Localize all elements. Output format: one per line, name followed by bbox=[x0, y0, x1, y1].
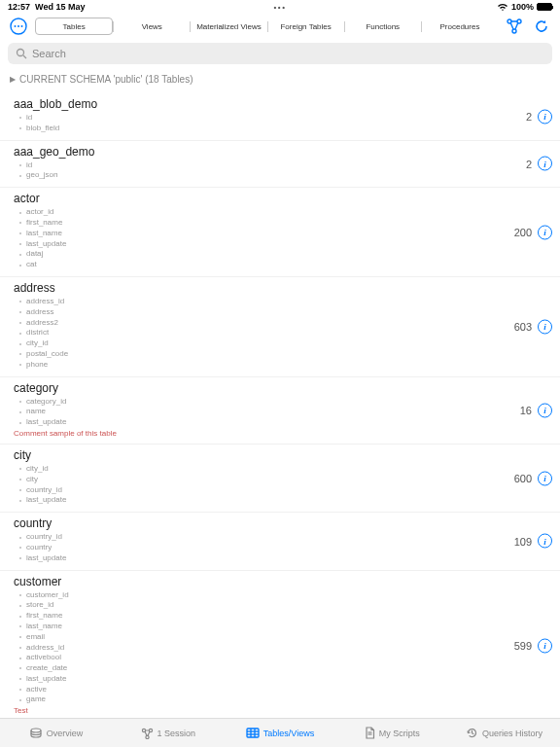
row-count: 600 bbox=[514, 473, 532, 484]
column-name: geo_json bbox=[19, 170, 548, 181]
column-name: store_id bbox=[19, 600, 548, 611]
column-name: address_id bbox=[19, 297, 548, 307]
column-name: last_update bbox=[19, 417, 548, 428]
svg-point-7 bbox=[18, 50, 24, 56]
row-count: 603 bbox=[514, 321, 532, 333]
tab-procedures[interactable]: Procedures bbox=[422, 18, 498, 35]
info-icon[interactable]: i bbox=[538, 157, 552, 171]
diagram-button[interactable] bbox=[504, 16, 525, 37]
status-bar: 12:57 Wed 15 May ••• 100% bbox=[0, 0, 560, 14]
info-icon[interactable]: i bbox=[538, 471, 552, 485]
table-row[interactable]: actoractor_idfirst_namelast_namelast_upd… bbox=[0, 188, 560, 277]
toolbar: TablesViewsMaterialized ViewsForeign Tab… bbox=[0, 14, 560, 39]
table-row[interactable]: aaa_geo_demoidgeo_json2i bbox=[0, 141, 560, 189]
bottom-history[interactable]: Queries History bbox=[448, 719, 560, 747]
table-name: aaa_blob_demo bbox=[14, 97, 548, 111]
svg-point-6 bbox=[512, 29, 516, 33]
column-name: country_id bbox=[19, 532, 548, 543]
column-name: address2 bbox=[19, 318, 548, 329]
bottom-label: Tables/Views bbox=[263, 729, 314, 738]
column-name: last_update bbox=[19, 674, 548, 685]
overview-icon bbox=[29, 728, 43, 739]
more-button[interactable] bbox=[8, 16, 29, 37]
svg-point-2 bbox=[18, 25, 19, 27]
table-row[interactable]: addressaddress_idaddressaddress2district… bbox=[0, 277, 560, 377]
table-name: category bbox=[14, 381, 548, 395]
row-count: 2 bbox=[526, 111, 532, 123]
table-row[interactable]: citycity_idcitycountry_idlast_update600i bbox=[0, 445, 560, 513]
search-placeholder: Search bbox=[32, 48, 66, 59]
info-icon[interactable]: i bbox=[538, 638, 552, 653]
column-name: email bbox=[19, 632, 548, 643]
svg-rect-13 bbox=[247, 729, 259, 737]
tab-functions[interactable]: Functions bbox=[345, 18, 421, 35]
table-row[interactable]: countrycountry_idcountrylast_update109i bbox=[0, 513, 560, 570]
column-name: phone bbox=[19, 360, 548, 371]
wifi-icon bbox=[497, 3, 508, 12]
row-count: 200 bbox=[514, 227, 532, 238]
svg-point-9 bbox=[31, 729, 41, 732]
tab-materialized-views[interactable]: Materialized Views bbox=[191, 18, 266, 35]
session-icon bbox=[141, 728, 154, 739]
info-icon[interactable]: i bbox=[538, 403, 552, 417]
info-icon[interactable]: i bbox=[538, 225, 552, 239]
segmented-control: TablesViewsMaterialized ViewsForeign Tab… bbox=[35, 18, 498, 35]
bottom-session[interactable]: 1 Session bbox=[112, 719, 224, 747]
row-count: 109 bbox=[514, 535, 532, 547]
status-time-date: 12:57 Wed 15 May bbox=[8, 2, 85, 12]
column-name: country bbox=[19, 543, 548, 553]
bottom-label: My Scripts bbox=[379, 729, 420, 738]
column-name: blob_field bbox=[19, 124, 548, 134]
table-row[interactable]: categorycategory_idnamelast_updateCommen… bbox=[0, 377, 560, 445]
bottom-overview[interactable]: Overview bbox=[0, 719, 112, 747]
info-icon[interactable]: i bbox=[538, 534, 552, 549]
tab-tables[interactable]: Tables bbox=[35, 18, 113, 35]
svg-point-5 bbox=[517, 19, 521, 23]
column-name: last_name bbox=[19, 622, 548, 632]
search-input[interactable]: Search bbox=[8, 43, 552, 64]
bottom-label: 1 Session bbox=[158, 729, 196, 738]
row-count: 599 bbox=[514, 640, 532, 652]
column-name: last_name bbox=[19, 229, 548, 239]
table-row[interactable]: customercustomer_idstore_idfirst_namelas… bbox=[0, 571, 560, 718]
column-name: last_update bbox=[19, 495, 548, 506]
tables-list: aaa_blob_demoidblob_field2iaaa_geo_demoi… bbox=[0, 93, 560, 718]
column-name: district bbox=[19, 328, 548, 338]
column-name: cat bbox=[19, 260, 548, 270]
table-row[interactable]: aaa_blob_demoidblob_field2i bbox=[0, 93, 560, 141]
column-name: city_id bbox=[19, 464, 548, 475]
myscripts-icon bbox=[365, 727, 375, 739]
bottom-tablesviews[interactable]: Tables/Views bbox=[224, 719, 335, 747]
tab-views[interactable]: Views bbox=[114, 18, 190, 35]
column-name: last_update bbox=[19, 239, 548, 250]
table-name: actor bbox=[14, 192, 548, 205]
bottom-myscripts[interactable]: My Scripts bbox=[336, 719, 448, 747]
bottom-label: Queries History bbox=[482, 729, 542, 738]
svg-line-8 bbox=[23, 55, 26, 58]
bottom-label: Overview bbox=[47, 729, 84, 738]
info-icon[interactable]: i bbox=[538, 109, 552, 124]
bottom-bar: Overview1 SessionTables/ViewsMy ScriptsQ… bbox=[0, 718, 560, 747]
search-icon bbox=[16, 48, 27, 59]
tab-foreign-tables[interactable]: Foreign Tables bbox=[268, 18, 344, 35]
column-name: create_date bbox=[19, 663, 548, 674]
column-name: actor_id bbox=[19, 207, 548, 218]
table-name: aaa_geo_demo bbox=[14, 145, 548, 159]
status-dots: ••• bbox=[274, 3, 287, 12]
table-name: customer bbox=[14, 575, 548, 588]
column-name: dataj bbox=[19, 249, 548, 260]
column-name: postal_code bbox=[19, 349, 548, 360]
info-icon[interactable]: i bbox=[538, 319, 552, 334]
column-name: address_id bbox=[19, 643, 548, 654]
column-name: first_name bbox=[19, 611, 548, 622]
schema-header[interactable]: ▶ CURRENT SCHEMA 'public' (18 Tables) bbox=[0, 70, 560, 89]
column-name: country_id bbox=[19, 485, 548, 496]
history-icon bbox=[466, 727, 478, 739]
refresh-button[interactable] bbox=[531, 16, 552, 37]
svg-point-1 bbox=[15, 25, 17, 27]
row-count: 2 bbox=[526, 158, 532, 169]
svg-point-4 bbox=[508, 19, 511, 23]
table-name: city bbox=[14, 448, 548, 462]
column-name: last_update bbox=[19, 553, 548, 564]
column-name: activebool bbox=[19, 653, 548, 663]
